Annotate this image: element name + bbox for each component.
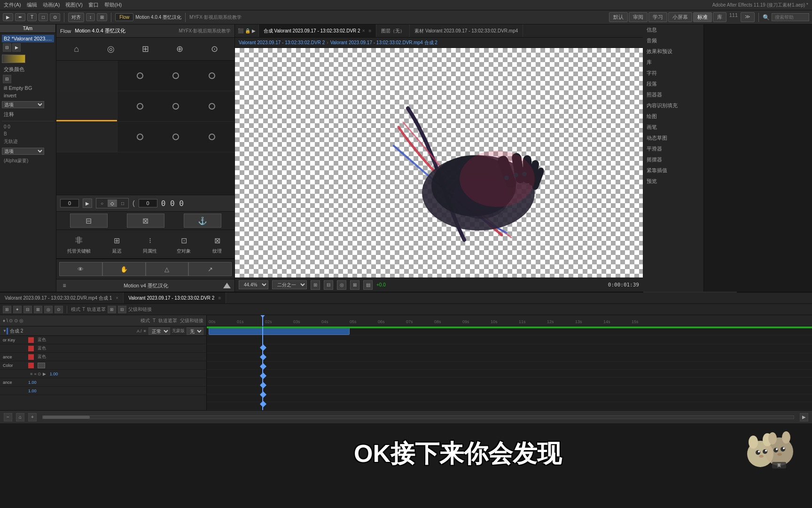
select-wrapper[interactable]: 选项	[2, 101, 54, 108]
triangle-icon[interactable]	[223, 283, 231, 288]
menu-animation[interactable]: 动画(A)	[43, 1, 60, 8]
tl-clip-main[interactable]	[209, 327, 350, 335]
menu-file[interactable]: 文件(A)	[4, 1, 21, 8]
grid-dot-2-3[interactable]	[209, 103, 215, 110]
search-input[interactable]	[772, 13, 809, 21]
ws-small[interactable]: 小屏幕	[668, 12, 692, 22]
rp-char[interactable]: 字符	[643, 68, 703, 79]
lp-item-invert[interactable]: invert	[2, 92, 54, 99]
feature-null[interactable]: ⊡ 空对象	[174, 232, 194, 256]
ct-tab-material[interactable]: 素材 Valorant 2023.09.17 - 13:02:33:02.DVR…	[410, 24, 523, 37]
feature-same-prop[interactable]: ⁝ 同属性	[140, 232, 160, 256]
grid-dot-3-3[interactable]	[209, 134, 215, 140]
rp-paint[interactable]: 绘图	[643, 111, 703, 122]
tl-scrollbar-thumb[interactable]	[43, 416, 90, 419]
pc-btn-grid[interactable]: ⊞	[311, 280, 320, 290]
motion-icon-search[interactable]: ⊙	[206, 40, 223, 57]
grid-dot-3-2[interactable]	[172, 134, 179, 140]
dropdown-select2[interactable]: 选项	[2, 148, 44, 155]
bottom-btn-2[interactable]: ✋	[102, 262, 146, 276]
lp-item-exchange[interactable]: 交换颜色	[2, 65, 54, 74]
pc-btn-mask[interactable]: ⊟	[324, 280, 333, 290]
tl-tab-comp2[interactable]: Valorant 2023.09.17 - 13:02:33:02.DVR 2 …	[124, 293, 226, 303]
rp-wiggler[interactable]: 摇摆器	[643, 154, 703, 165]
rp-info[interactable]: 信息	[643, 24, 703, 35]
grid-dot-1-2[interactable]	[172, 72, 179, 79]
rp-content[interactable]: 内容识别填充	[643, 100, 703, 111]
small-icon-2[interactable]: ▶	[12, 43, 21, 52]
tl-btn-switch[interactable]: ⊠	[34, 306, 42, 313]
tl-btn-motion[interactable]: ◎	[44, 306, 53, 313]
tl-tab-comp1[interactable]: Valorant 2023.09.17 - 13:02:33:02.DVR.mp…	[0, 293, 124, 303]
bf-btn-right[interactable]: ▶	[800, 413, 808, 421]
mc-input-right[interactable]	[139, 199, 157, 207]
tool-select[interactable]: ▶	[3, 13, 13, 21]
pc-btn-3d[interactable]: ⊠	[350, 280, 359, 290]
rp-smoother[interactable]: 平滑器	[643, 143, 703, 154]
menu-view[interactable]: 视图(V)	[65, 1, 83, 8]
tl-close2[interactable]: ≡	[218, 295, 221, 301]
tl-btn-select[interactable]: ⊞	[3, 306, 11, 313]
tl-close1[interactable]: ×	[116, 295, 118, 301]
lp-item-empty[interactable]: ill Empty BG	[2, 84, 54, 92]
rp-paragraph[interactable]: 段落	[643, 79, 703, 89]
rp-brush[interactable]: 画笔	[643, 122, 703, 133]
ws-learn[interactable]: 学习	[648, 12, 667, 22]
tl-btn-parent[interactable]: ⊞	[108, 306, 116, 313]
bottom-btn-3[interactable]: △	[146, 262, 189, 276]
grid-dot-1-3[interactable]	[209, 72, 215, 79]
action-btn-hand[interactable]: ⊠	[127, 214, 164, 228]
feature-texture[interactable]: ⊠ 纹理	[208, 232, 226, 256]
prop-num-1[interactable]: 1.00	[50, 372, 58, 376]
feature-delay[interactable]: ⊞ 延迟	[108, 232, 126, 256]
resolution-select[interactable]: 二分之一 完整	[272, 280, 307, 289]
ct-menu-icon[interactable]: ≡	[368, 28, 371, 33]
bottom-btn-1[interactable]: 👁	[59, 262, 102, 276]
rp-preview[interactable]: 预览	[643, 176, 703, 187]
mc-arrow[interactable]: ▶	[83, 198, 92, 208]
pc-btn-overlay[interactable]: ▤	[363, 280, 373, 290]
tool-pen[interactable]: ✒	[15, 13, 25, 21]
grid-dot-1-1[interactable]	[137, 72, 143, 79]
tl-btn-link[interactable]: ⊟	[23, 306, 32, 313]
rp-snap[interactable]: 紧靠插值	[643, 165, 703, 176]
rp-effects[interactable]: 效果和预设	[643, 46, 703, 57]
ct-tab-layer[interactable]: 图层（无）	[376, 24, 410, 37]
tool-text[interactable]: T	[27, 13, 37, 21]
tl-parent-select[interactable]: 无	[187, 327, 203, 335]
tl-playhead[interactable]	[262, 315, 263, 326]
mc-input-left[interactable]	[60, 199, 79, 207]
zoom-select[interactable]: 44.4% 100%	[239, 280, 268, 289]
tl-btn-frame[interactable]: ⊙	[55, 306, 63, 313]
tl-btn-chain[interactable]: ⊟	[118, 306, 126, 313]
color-swatch[interactable]	[2, 55, 25, 63]
menu-edit[interactable]: 编辑	[27, 1, 37, 8]
breadcrumb-item1[interactable]: Valorant 2023.09.17 - 13:02:33:02.DVR 2	[239, 40, 325, 45]
lp-item-b2[interactable]: B2 *Valorant 2023.09.17...	[2, 35, 54, 42]
motion-icon-grid[interactable]: ⊞	[137, 40, 154, 57]
grid-dot-2-2[interactable]	[172, 103, 179, 110]
select2-wrapper[interactable]: 选项	[2, 148, 54, 155]
rp-library[interactable]: 库	[643, 57, 703, 68]
tool-more[interactable]: ⊞	[97, 13, 107, 21]
shape-circle[interactable]: ○	[97, 199, 107, 207]
small-icon-1[interactable]: ⊟	[3, 43, 11, 52]
rp-audio[interactable]: 音频	[643, 35, 703, 46]
ct-tab-main[interactable]: 合成 Valorant 2023.09.17 - 13:02:33:02.DVR…	[259, 24, 377, 37]
tl-btn-star[interactable]: ✦	[13, 306, 22, 313]
preview-viewport[interactable]	[235, 48, 643, 278]
tool-camera[interactable]: ⊙	[50, 13, 60, 21]
shape-diamond[interactable]: ◇	[108, 199, 117, 207]
ws-standard[interactable]: 标准	[693, 12, 712, 22]
ws-review[interactable]: 审阅	[629, 12, 648, 22]
bf-btn-plus[interactable]: +	[28, 413, 37, 421]
bf-btn-home[interactable]: ⌂	[16, 413, 24, 421]
ws-library[interactable]: 库	[713, 12, 726, 22]
motion-icon-home[interactable]: ⌂	[68, 40, 85, 57]
tl-mode-select[interactable]: 正常	[148, 327, 170, 335]
rp-motion[interactable]: 动态草图	[643, 133, 703, 143]
prop-num-2[interactable]: 1.00	[28, 380, 37, 385]
breadcrumb-item2[interactable]: Valorant 2023.09.17 - 13:02:33:02.DVR.mp…	[330, 40, 437, 46]
prop-num-3[interactable]: 1.00	[28, 389, 37, 393]
motion-icon-target[interactable]: ⊕	[172, 40, 188, 57]
